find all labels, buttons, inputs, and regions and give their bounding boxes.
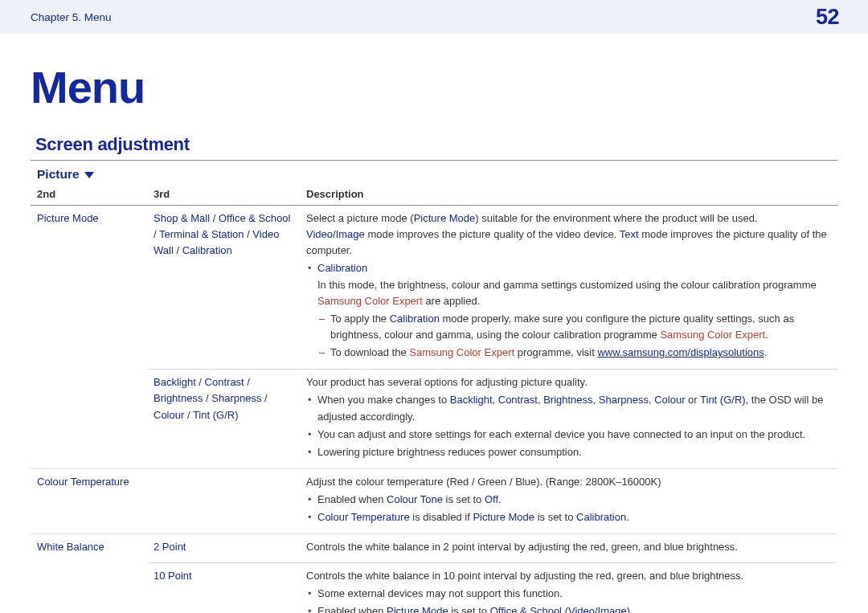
divider: [31, 160, 837, 161]
subsection-label: Picture: [37, 167, 80, 182]
page-content: Menu Screen adjustment Picture 2nd 3rd D…: [0, 34, 868, 613]
opt-terminal-station: Terminal & Station: [159, 228, 244, 240]
list-item: To download the Samsung Color Expert pro…: [330, 345, 831, 361]
cell-description: Controls the white balance in 2 point in…: [300, 534, 837, 562]
col-3rd: 3rd: [147, 186, 300, 206]
cell-2nd: White Balance: [31, 534, 147, 613]
cell-3rd: 2 Point: [147, 534, 300, 562]
table-row: Picture Mode Shop & Mall / Office & Scho…: [31, 206, 837, 370]
cell-2nd: Picture Mode: [31, 206, 147, 469]
cell-2nd: Colour Temperature: [31, 468, 147, 533]
cell-description: Select a picture mode (Picture Mode) sui…: [300, 206, 837, 370]
table-row: White Balance 2 Point Controls the white…: [31, 534, 837, 562]
calibration-heading: Calibration: [317, 262, 367, 274]
list-item: When you make changes to Backlight, Cont…: [317, 392, 831, 424]
cell-3rd: [147, 468, 300, 533]
cell-3rd: Backlight / Contrast / Brightness / Shar…: [147, 370, 300, 469]
list-item: Lowering picture brightness reduces powe…: [317, 444, 831, 460]
table-row: 10 Point Controls the white balance in 1…: [31, 562, 837, 613]
cell-description: Controls the white balance in 10 point i…: [300, 562, 837, 613]
chevron-down-icon: [84, 172, 94, 178]
list-item: Colour Temperature is disabled if Pictur…: [317, 509, 831, 525]
cell-3rd: 10 Point: [147, 562, 300, 613]
list-item: To apply the Calibration mode properly, …: [330, 311, 831, 343]
table-row: Colour Temperature Adjust the colour tem…: [31, 468, 837, 533]
cell-description: Adjust the colour temperature (Red / Gre…: [300, 468, 837, 533]
section-heading: Screen adjustment: [31, 134, 837, 155]
page-title: Menu: [31, 61, 837, 113]
cell-3rd: Shop & Mall / Office & School / Terminal…: [147, 206, 300, 370]
subsection-heading: Picture: [31, 167, 837, 182]
chapter-label: Chapter 5. Menu: [31, 11, 112, 23]
page-header: Chapter 5. Menu 52: [0, 0, 868, 34]
download-link[interactable]: www.samsung.com/displaysolutions: [597, 346, 764, 358]
list-item: You can adjust and store settings for ea…: [317, 427, 831, 443]
table-row: Backlight / Contrast / Brightness / Shar…: [31, 370, 837, 469]
list-item: Enabled when Picture Mode is set to Offi…: [317, 603, 831, 613]
list-item: Calibration In this mode, the brightness…: [317, 260, 831, 361]
table-header-row: 2nd 3rd Description: [31, 186, 837, 206]
opt-calibration: Calibration: [182, 244, 232, 256]
col-2nd: 2nd: [31, 186, 147, 206]
settings-table: 2nd 3rd Description Picture Mode Shop & …: [31, 186, 837, 613]
cell-description: Your product has several options for adj…: [300, 370, 837, 469]
page-number: 52: [816, 5, 839, 30]
opt-office-school: Office & School: [219, 212, 290, 224]
opt-shop-mall: Shop & Mall: [154, 212, 210, 224]
list-item: Enabled when Colour Tone is set to Off.: [317, 492, 831, 508]
list-item: Some external devices may not support th…: [317, 586, 831, 602]
col-description: Description: [300, 186, 837, 206]
